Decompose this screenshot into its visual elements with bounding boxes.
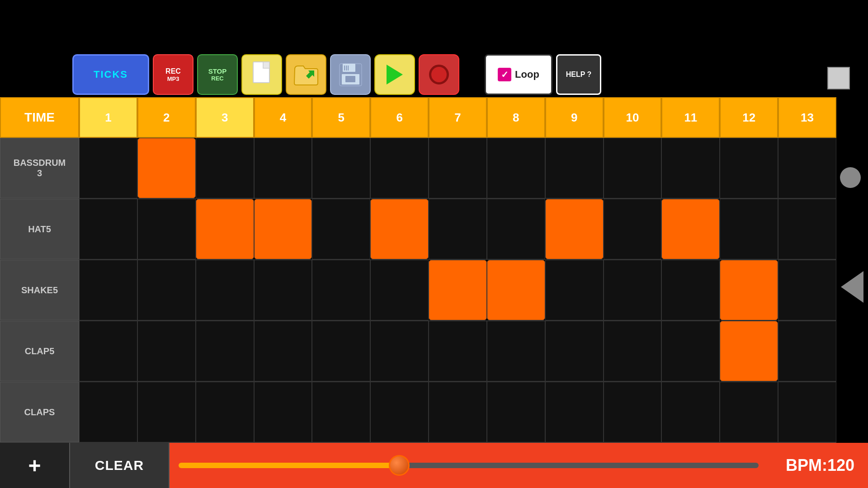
beat-cell-r0-b2[interactable] [196,138,254,198]
beat-cell-r3-b11[interactable] [720,321,778,381]
add-button[interactable]: + [0,443,70,488]
beat-cell-r2-b9[interactable] [604,260,662,320]
beat-cell-r3-b6[interactable] [429,321,487,381]
beat-cell-r4-b11[interactable] [720,382,778,442]
beat-cell-r0-b12[interactable] [778,138,836,198]
beat-cell-r4-b0[interactable] [79,382,137,442]
beat-cell-r3-b1[interactable] [137,321,196,381]
beat-cell-r3-b3[interactable] [254,321,312,381]
beat-cell-r2-b0[interactable] [79,260,137,320]
time-cell-1[interactable]: 1 [79,97,137,138]
beat-cell-r2-b4[interactable] [312,260,370,320]
beat-cell-r0-b11[interactable] [720,138,778,198]
beat-cell-r2-b1[interactable] [137,260,196,320]
beat-cell-r0-b10[interactable] [661,138,720,198]
beat-cell-r2-b5[interactable] [370,260,429,320]
bottom-bar: + CLEAR BPM:120 [0,443,868,488]
time-cell-7[interactable]: 7 [429,97,487,138]
bpm-slider-thumb[interactable] [389,455,410,476]
beat-cell-r2-b6[interactable] [429,260,487,320]
time-cell-10[interactable]: 10 [604,97,662,138]
loop-label: Loop [515,69,539,80]
clear-button[interactable]: CLEAR [70,443,170,488]
open-folder-button[interactable] [286,54,326,95]
beat-cell-r1-b12[interactable] [778,199,836,259]
beat-cell-r1-b2[interactable] [196,199,254,259]
beat-cell-r2-b11[interactable] [720,260,778,320]
beat-cell-r0-b9[interactable] [604,138,662,198]
beat-cell-r4-b5[interactable] [370,382,429,442]
beat-cell-r0-b4[interactable] [312,138,370,198]
beat-cell-r2-b2[interactable] [196,260,254,320]
beat-cell-r1-b9[interactable] [604,199,662,259]
folder-icon [292,62,320,87]
beat-cell-r1-b6[interactable] [429,199,487,259]
instrument-row-1: HAT5 [0,199,836,260]
beat-cell-r0-b6[interactable] [429,138,487,198]
instrument-label-2: SHAKE5 [0,260,79,320]
beat-cell-r1-b3[interactable] [254,199,312,259]
beat-cell-r3-b0[interactable] [79,321,137,381]
beat-cell-r2-b8[interactable] [545,260,604,320]
beat-cell-r0-b3[interactable] [254,138,312,198]
beat-cell-r0-b5[interactable] [370,138,429,198]
time-cell-11[interactable]: 11 [661,97,720,138]
beat-cell-r3-b5[interactable] [370,321,429,381]
bpm-slider-track[interactable] [179,463,759,468]
beat-cell-r4-b6[interactable] [429,382,487,442]
beat-cell-r1-b8[interactable] [545,199,604,259]
beat-cell-r2-b7[interactable] [487,260,545,320]
time-cell-6[interactable]: 6 [370,97,429,138]
time-cell-3[interactable]: 3 [196,97,254,138]
beat-cell-r1-b11[interactable] [720,199,778,259]
beat-cell-r1-b10[interactable] [661,199,720,259]
time-cell-5[interactable]: 5 [312,97,370,138]
beat-cell-r4-b7[interactable] [487,382,545,442]
time-cell-13[interactable]: 13 [778,97,836,138]
beat-cell-r3-b10[interactable] [661,321,720,381]
beat-cell-r4-b3[interactable] [254,382,312,442]
beat-cell-r4-b2[interactable] [196,382,254,442]
time-cell-9[interactable]: 9 [545,97,604,138]
save-button[interactable] [330,54,371,95]
beat-cell-r3-b9[interactable] [604,321,662,381]
stop-record-button[interactable] [419,54,459,95]
beat-cell-r2-b10[interactable] [661,260,720,320]
beat-cell-r1-b0[interactable] [79,199,137,259]
new-file-button[interactable] [241,54,282,95]
play-icon [387,65,403,84]
beat-cell-r1-b4[interactable] [312,199,370,259]
beat-cell-r0-b7[interactable] [487,138,545,198]
play-button[interactable] [374,54,415,95]
beat-cell-r4-b9[interactable] [604,382,662,442]
beat-cell-r0-b0[interactable] [79,138,137,198]
beat-cell-r3-b2[interactable] [196,321,254,381]
time-cell-2[interactable]: 2 [137,97,196,138]
beat-cell-r4-b10[interactable] [661,382,720,442]
ticks-button[interactable]: TICKS [72,54,149,95]
help-button[interactable]: HELP ? [556,54,601,95]
loop-button[interactable]: ✓ Loop [485,54,552,95]
beat-cell-r4-b12[interactable] [778,382,836,442]
beat-cell-r0-b1[interactable] [137,138,196,198]
time-cell-4[interactable]: 4 [254,97,312,138]
rec-mp3-button[interactable]: REC MP3 [153,54,193,95]
beat-cell-r1-b1[interactable] [137,199,196,259]
time-cell-12[interactable]: 12 [720,97,778,138]
beat-cell-r2-b12[interactable] [778,260,836,320]
beat-cell-r3-b8[interactable] [545,321,604,381]
beat-cell-r0-b8[interactable] [545,138,604,198]
beat-cell-r1-b5[interactable] [370,199,429,259]
scroll-left-arrow[interactable] [841,271,863,303]
beat-cell-r4-b1[interactable] [137,382,196,442]
stop-rec-button[interactable]: STOP REC [197,54,238,95]
beat-cell-r3-b12[interactable] [778,321,836,381]
beat-cell-r4-b4[interactable] [312,382,370,442]
beat-cell-r1-b7[interactable] [487,199,545,259]
beat-cell-r3-b4[interactable] [312,321,370,381]
beat-cell-r3-b7[interactable] [487,321,545,381]
time-cell-8[interactable]: 8 [487,97,545,138]
beat-cell-r2-b3[interactable] [254,260,312,320]
beat-cell-r4-b8[interactable] [545,382,604,442]
scroll-circle[interactable] [840,167,861,188]
